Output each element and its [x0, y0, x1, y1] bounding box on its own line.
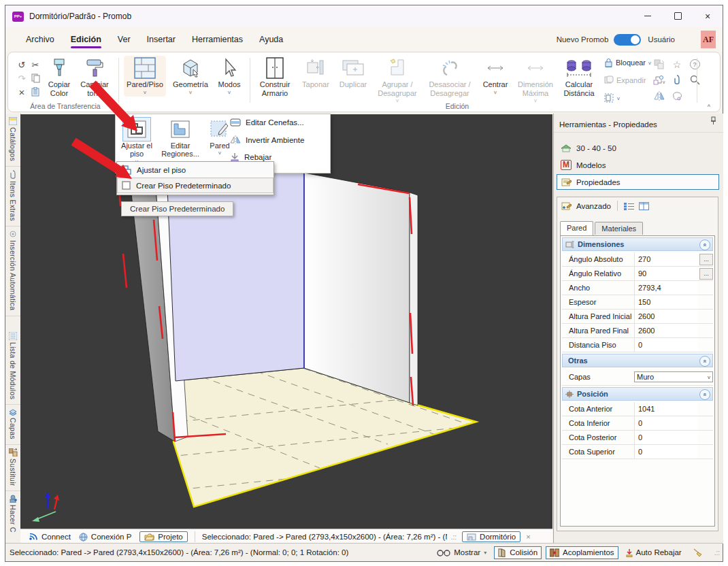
projeto-button[interactable]: Projeto: [139, 531, 187, 542]
selection-mode-button[interactable]: v: [604, 93, 620, 103]
table-view-icon[interactable]: [639, 202, 649, 210]
maximize-button[interactable]: [663, 5, 693, 27]
cambiar-tono-button[interactable]: Cambiar tono: [78, 56, 111, 97]
menu-edicion[interactable]: Edición: [63, 30, 110, 49]
flyout-editar-cenefas[interactable]: Editar Cenefas...: [230, 118, 304, 127]
section-otras[interactable]: Otras «: [562, 354, 713, 367]
clean-tool-button[interactable]: [689, 546, 706, 559]
conexion-p-button[interactable]: Conexión P: [79, 533, 131, 542]
minimize-button[interactable]: [633, 5, 663, 27]
cut-button[interactable]: ✂: [29, 58, 42, 71]
collapse-button[interactable]: «: [699, 356, 710, 367]
dimension-maxima-button[interactable]: Dimensión Máxima v: [514, 56, 557, 103]
menu-ver[interactable]: Ver: [110, 30, 139, 49]
property-value[interactable]: 2793,4: [634, 281, 698, 295]
panel-nav-propiedades[interactable]: Propiedades: [557, 174, 719, 190]
help-button[interactable]: ?: [686, 56, 704, 72]
collapse-button[interactable]: «: [699, 389, 710, 400]
mostrar-button[interactable]: Mostrar▾: [433, 547, 490, 558]
sidebar-item-hacer[interactable]: Hacer C: [5, 491, 20, 537]
calcular-distancia-button[interactable]: Calcular Distáncia: [559, 56, 599, 97]
resize-grip[interactable]: .::: [451, 533, 457, 541]
property-value[interactable]: 2600: [634, 310, 698, 323]
colision-button[interactable]: Colisión: [494, 546, 542, 559]
construir-armario-button[interactable]: Construir Armario: [254, 56, 296, 97]
combine-cubes-button[interactable]: [650, 56, 668, 72]
acoplamientos-button[interactable]: Acoplamientos: [546, 546, 618, 559]
flyout-ajustar-piso-button[interactable]: Ajustar el piso v: [119, 117, 154, 165]
sidebar-item-sustituir[interactable]: Sustituir: [5, 445, 20, 492]
bloquear-button[interactable]: Bloquearv: [604, 58, 651, 67]
undo-button[interactable]: ↺: [15, 58, 29, 71]
more-button[interactable]: ...: [699, 268, 713, 280]
viewport-3d[interactable]: [20, 114, 552, 529]
list-view-icon[interactable]: [624, 202, 634, 210]
connect-button[interactable]: Connect: [29, 533, 71, 541]
attach-button[interactable]: [668, 72, 686, 88]
taponar-button[interactable]: Taponar: [299, 56, 333, 89]
panel-nav-modelos[interactable]: M Modelos: [557, 157, 719, 173]
right-wall[interactable]: [304, 173, 410, 403]
property-value[interactable]: 0: [634, 445, 698, 459]
submenu-crear-piso-predeterminado[interactable]: Crear Piso Predeterminado: [117, 178, 274, 193]
nuevo-promob-toggle[interactable]: [614, 34, 641, 46]
property-value[interactable]: 0: [634, 416, 698, 430]
advanced-label[interactable]: Avanzado: [576, 202, 611, 210]
collapse-button[interactable]: «: [699, 239, 710, 250]
property-value[interactable]: 270: [634, 252, 698, 266]
search-button[interactable]: [686, 72, 704, 88]
capas-dropdown[interactable]: Murov: [634, 371, 713, 382]
tab-pared[interactable]: Pared: [560, 221, 593, 235]
property-value[interactable]: 150: [634, 295, 698, 309]
flyout-editar-regiones-button[interactable]: Editar Regiones...: [161, 117, 200, 159]
sidebar-item-itens-extras[interactable]: Itens Extras: [5, 167, 20, 227]
mirror-button[interactable]: [650, 88, 668, 103]
property-value[interactable]: 90: [634, 267, 698, 280]
room-tab-dormitorio[interactable]: Dormitório: [462, 531, 520, 542]
property-value[interactable]: 0: [634, 338, 698, 352]
menu-archivo[interactable]: Archivo: [18, 30, 63, 49]
delete-button[interactable]: ×: [15, 85, 29, 99]
property-value[interactable]: 2600: [634, 324, 698, 337]
usuario-label[interactable]: Usuário: [648, 35, 675, 44]
redo-button[interactable]: ↷: [15, 71, 29, 85]
centrar-button[interactable]: Centrar v: [478, 56, 512, 95]
room-tab-close-button[interactable]: ×: [526, 533, 530, 541]
sidebar-item-catalogos[interactable]: Catálogos: [5, 114, 20, 167]
agrupar-button[interactable]: Agrupar / Desagrupar v: [374, 56, 421, 103]
resize-grip[interactable]: .::: [714, 549, 720, 556]
menu-insertar[interactable]: Insertar: [139, 30, 184, 49]
property-value[interactable]: 1041: [634, 402, 698, 416]
sidebar-item-capas[interactable]: Capas: [5, 405, 20, 445]
ribbon-collapse-button[interactable]: ^: [708, 103, 710, 110]
pared-piso-button[interactable]: Pared/Piso v: [124, 56, 166, 97]
menu-ayuda[interactable]: Ayuda: [251, 30, 291, 49]
panel-nav-30-40-50[interactable]: 30 - 40 - 50: [557, 140, 719, 156]
desasociar-button[interactable]: Desasociar / Desagregar: [424, 56, 476, 97]
flyout-rebajar[interactable]: Rebajar: [230, 152, 271, 162]
flyout-invertir-ambiente[interactable]: Invertir Ambiente: [230, 135, 304, 144]
copy-button[interactable]: [29, 71, 42, 85]
close-button[interactable]: ×: [693, 5, 723, 27]
sidebar-item-insercion-automatica[interactable]: Inserción Automática: [5, 227, 20, 316]
section-posicion[interactable]: Posición «: [562, 387, 713, 401]
swap-button[interactable]: v: [650, 72, 668, 88]
more-button[interactable]: ...: [699, 254, 713, 265]
geometria-button[interactable]: Geometría v: [170, 56, 211, 95]
paste-button[interactable]: [29, 85, 42, 99]
sidebar-item-lista-modulos[interactable]: Lista de Módulos: [5, 329, 20, 405]
duplicar-button[interactable]: Duplicar: [335, 56, 371, 89]
property-value[interactable]: 0: [634, 431, 698, 444]
copiar-color-button[interactable]: Copiar Color: [44, 56, 74, 97]
user-avatar[interactable]: AF: [701, 31, 716, 48]
lasso-button[interactable]: [668, 88, 686, 103]
auto-rebajar-button[interactable]: Auto Rebajar: [623, 547, 685, 559]
expandir-button[interactable]: Expandir: [604, 76, 646, 84]
tab-materiales[interactable]: Materiales: [595, 222, 643, 235]
modos-button[interactable]: Modos v: [214, 56, 244, 95]
favorite-button[interactable]: ☆: [668, 56, 686, 72]
section-dimensiones[interactable]: Dimensiones «: [562, 237, 713, 251]
submenu-ajustar-el-piso[interactable]: Ajustar el piso: [117, 162, 274, 178]
menu-herramientas[interactable]: Herramientas: [184, 30, 251, 49]
pin-icon[interactable]: [710, 116, 716, 126]
